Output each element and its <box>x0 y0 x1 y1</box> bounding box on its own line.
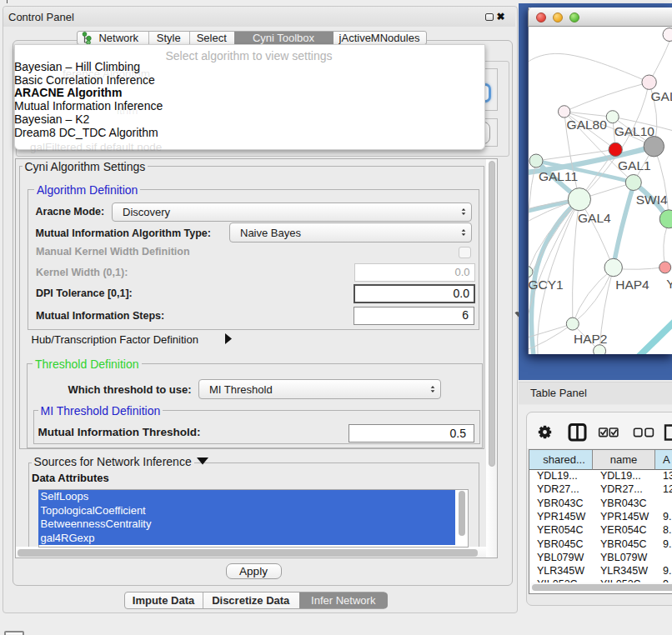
svg-text:GAL1: GAL1 <box>618 158 651 172</box>
svg-text:HAP4: HAP4 <box>615 278 649 292</box>
svg-text:Y: Y <box>666 277 672 291</box>
svg-text:GAL80: GAL80 <box>567 118 608 132</box>
svg-text:GCY1: GCY1 <box>529 278 564 292</box>
svg-text:GAL: GAL <box>651 89 672 103</box>
svg-text:GAL10: GAL10 <box>614 124 655 138</box>
svg-text:GAL11: GAL11 <box>539 169 578 183</box>
svg-text:GAL4: GAL4 <box>578 211 611 225</box>
svg-text:HAP2: HAP2 <box>574 332 608 346</box>
svg-text:SWI4: SWI4 <box>636 192 668 207</box>
